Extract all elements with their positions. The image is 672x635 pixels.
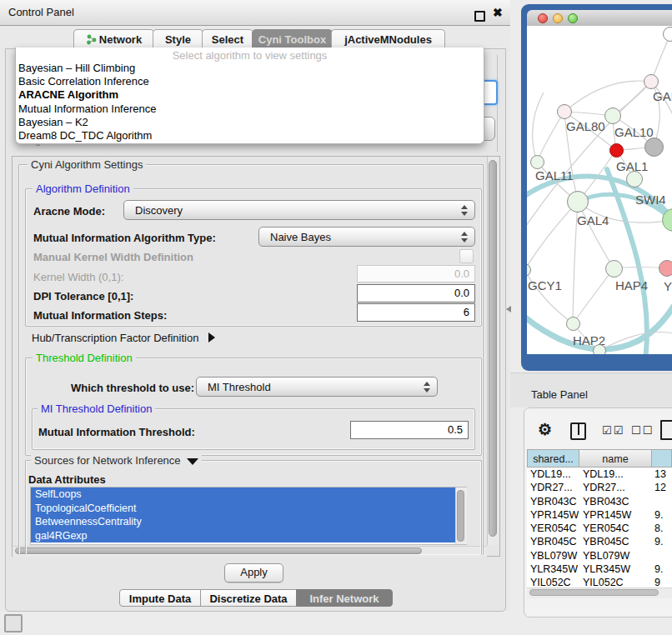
network-window-titlebar[interactable] xyxy=(527,10,672,27)
float-window-icon[interactable] xyxy=(474,11,485,22)
attribute-item[interactable]: gal4RGexp xyxy=(31,529,455,543)
table-cell: YLR345W xyxy=(530,562,579,576)
node-label: GCY1 xyxy=(528,278,562,292)
table-row[interactable]: YLR345WYLR345W9. xyxy=(527,562,672,576)
algorithm-option[interactable]: Basic Correlation Inference xyxy=(16,75,484,88)
table-cell: YDL19... xyxy=(530,468,579,481)
close-traffic-light-icon[interactable] xyxy=(538,13,548,23)
table-body[interactable]: YDL19...YDL19...13YDR27...YDR27...12YBR0… xyxy=(527,468,672,588)
which-threshold-select[interactable]: MI Threshold xyxy=(196,377,438,397)
unchecked-columns-icon[interactable]: ☐☐ xyxy=(631,424,654,437)
mi-steps-label: Mutual Information Steps: xyxy=(33,309,167,322)
checked-columns-icon[interactable]: ☑☑ xyxy=(602,424,624,437)
network-node[interactable] xyxy=(626,171,643,188)
maximize-traffic-light-icon[interactable] xyxy=(568,13,578,23)
node-label: Y xyxy=(664,279,672,293)
collapse-arrow-icon xyxy=(187,458,198,465)
tab-infer-network[interactable]: Infer Network xyxy=(296,589,393,607)
hub-definition-label: Hub/Transcription Factor Definition xyxy=(32,332,198,344)
gear-icon[interactable]: ⚙ xyxy=(538,420,552,439)
network-node[interactable] xyxy=(659,260,672,277)
vertical-scrollbar-thumb[interactable] xyxy=(489,160,497,537)
table-cell: YIL052C xyxy=(530,576,579,588)
mi-type-label: Mutual Information Algorithm Type: xyxy=(33,232,216,244)
algorithm-definition-title: Algorithm Definition xyxy=(33,182,133,195)
manual-kernel-checkbox[interactable] xyxy=(459,249,474,263)
tab-jactivemnodules[interactable]: jActiveMNodules xyxy=(331,29,445,49)
tab-cyni-toolbox[interactable]: Cyni Toolbox xyxy=(252,29,333,49)
document-icon[interactable] xyxy=(660,420,672,440)
table-row[interactable]: YDR27...YDR27...12 xyxy=(527,481,672,494)
dpi-tolerance-field[interactable]: 0.0 xyxy=(357,284,475,302)
column-layout-icon[interactable] xyxy=(570,422,586,440)
tab-impute-data[interactable]: Impute Data xyxy=(119,589,201,607)
table-row[interactable]: YBR045CYBR045C9. xyxy=(527,535,672,548)
aracne-mode-select[interactable]: Discovery xyxy=(123,200,475,220)
network-node[interactable] xyxy=(604,108,621,124)
mi-threshold-field[interactable]: 0.5 xyxy=(350,421,469,439)
tab-network[interactable]: Network xyxy=(73,29,154,49)
hub-definition-toggle[interactable]: Hub/Transcription Factor Definition xyxy=(32,332,215,344)
table-cell: YBL079W xyxy=(530,549,579,562)
node-label: GAL80 xyxy=(566,119,605,133)
kernel-width-label: Kernel Width (0,1): xyxy=(33,271,123,283)
sources-group-title[interactable]: Sources for Network Inference xyxy=(31,454,202,467)
mi-steps-field[interactable]: 6 xyxy=(357,303,475,322)
mi-type-select[interactable]: Naive Bayes xyxy=(258,227,475,247)
tab-style[interactable]: Style xyxy=(153,29,203,49)
network-node[interactable] xyxy=(567,191,589,212)
network-node[interactable] xyxy=(566,317,580,331)
tab-discretize-data[interactable]: Discretize Data xyxy=(200,589,297,607)
attributes-list-scrollbar-thumb[interactable] xyxy=(457,490,464,542)
algorithm-option[interactable]: Dream8 DC_TDC Algorithm xyxy=(16,129,484,142)
table-cell: YPR145W xyxy=(583,508,649,522)
network-node[interactable] xyxy=(593,344,606,354)
column-header-third[interactable] xyxy=(651,449,672,468)
network-node[interactable] xyxy=(557,104,572,119)
node-label: SWI4 xyxy=(635,192,666,207)
data-attributes-list[interactable]: SelfLoopsTopologicalCoefficientBetweenne… xyxy=(30,487,467,545)
network-node[interactable] xyxy=(605,260,623,278)
network-node[interactable] xyxy=(663,27,672,42)
stepper-arrows-icon xyxy=(424,382,431,392)
minimize-traffic-light-icon[interactable] xyxy=(553,13,563,23)
column-header-shared[interactable]: shared... xyxy=(527,449,579,468)
expand-arrow-icon xyxy=(208,332,215,342)
network-canvas[interactable]: GALGAL80GAL10GAL1GAL11SWI4GAL4GCY1HAP4YH… xyxy=(527,26,672,354)
splitter-collapse-icon[interactable] xyxy=(506,306,511,312)
close-icon[interactable]: ✖ xyxy=(493,6,503,19)
collapsed-panel-icon[interactable] xyxy=(4,614,23,632)
network-node[interactable] xyxy=(530,155,544,169)
which-threshold-label: Which threshold to use: xyxy=(71,382,194,394)
table-row[interactable]: YER054CYER054C8. xyxy=(527,522,672,535)
network-node[interactable] xyxy=(644,74,659,89)
table-row[interactable]: YIL052CYIL052C9 xyxy=(527,576,672,588)
table-cell: 8. xyxy=(654,522,672,535)
algorithm-option[interactable]: Bayesian – Hill Climbing xyxy=(16,62,484,75)
table-cell: 9. xyxy=(654,562,672,576)
table-row[interactable]: YBL079WYBL079W xyxy=(527,549,672,562)
table-cell: YBR043C xyxy=(583,495,649,508)
column-header-name[interactable]: name xyxy=(579,449,652,468)
table-panel-title: Table Panel xyxy=(531,388,588,401)
attribute-item[interactable]: SelfLoops xyxy=(31,488,455,502)
table-cell: YPR145W xyxy=(530,508,579,522)
tab-select[interactable]: Select xyxy=(202,29,253,49)
algorithm-option[interactable]: Mutual Information Inference xyxy=(16,102,484,116)
algorithm-option[interactable]: Bayesian – K2 xyxy=(16,116,484,129)
table-horizontal-scrollbar-thumb[interactable] xyxy=(529,589,659,596)
mi-threshold-group-title: MI Threshold Definition xyxy=(38,402,155,415)
algorithm-option[interactable]: ARACNE Algorithm xyxy=(16,88,484,102)
apply-button[interactable]: Apply xyxy=(224,563,283,582)
network-node[interactable] xyxy=(609,143,624,158)
table-row[interactable]: YPR145WYPR145W9. xyxy=(527,508,672,522)
table-cell: YDR27... xyxy=(530,481,579,494)
table-row[interactable]: YDL19...YDL19...13 xyxy=(527,468,672,481)
data-attributes-label: Data Attributes xyxy=(28,473,106,486)
attribute-item[interactable]: TopologicalCoefficient xyxy=(31,502,455,516)
network-node[interactable] xyxy=(644,138,664,157)
kernel-width-field[interactable]: 0.0 xyxy=(357,265,475,282)
table-row[interactable]: YBR043CYBR043C xyxy=(527,495,672,508)
attribute-item[interactable]: BetweennessCentrality xyxy=(31,515,455,529)
manual-kernel-label: Manual Kernel Width Definition xyxy=(33,251,193,263)
